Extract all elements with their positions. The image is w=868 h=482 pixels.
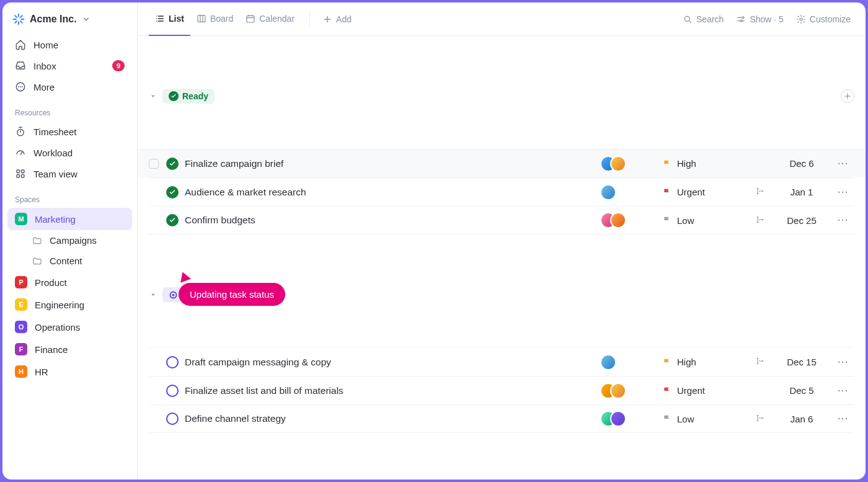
avatar[interactable]: [610, 383, 626, 399]
folder-content[interactable]: Content: [7, 251, 132, 271]
nav-more[interactable]: More: [7, 76, 132, 97]
space-product[interactable]: P Product: [7, 271, 132, 293]
space-icon: M: [15, 213, 27, 225]
date-cell[interactable]: Dec 15: [777, 357, 826, 367]
status-inprogress-icon[interactable]: [166, 385, 179, 397]
chevron-down-icon: [82, 15, 91, 24]
space-operations[interactable]: O Operations: [7, 316, 132, 338]
task-row[interactable]: Draft campaign messaging & copy High Dec…: [149, 347, 854, 376]
resource-workload[interactable]: Workload: [7, 142, 132, 163]
priority-cell[interactable]: Low: [662, 215, 743, 226]
row-more-button[interactable]: ···: [832, 215, 854, 225]
task-row[interactable]: Finalize asset list and bill of material…: [149, 376, 854, 404]
space-label: HR: [35, 367, 48, 377]
task-row[interactable]: Confirm budgets Low Dec 25 ···: [149, 206, 854, 234]
nav-inbox[interactable]: Inbox 9: [7, 55, 132, 76]
status-inprogress-icon[interactable]: [166, 413, 179, 425]
list-area: Ready Finalize campaign brief High Dec 6…: [138, 36, 866, 480]
nav-home[interactable]: Home: [7, 34, 132, 55]
flag-icon: [662, 414, 672, 424]
view-tab-calendar[interactable]: Calendar: [239, 2, 301, 36]
avatar[interactable]: [610, 411, 626, 427]
add-view-button[interactable]: Add: [319, 12, 355, 27]
status-done-icon[interactable]: [166, 186, 179, 199]
flag-icon: [662, 187, 672, 197]
status-inprogress-icon[interactable]: [166, 356, 179, 368]
task-row[interactable]: Finalize campaign brief High Dec 6 ···: [138, 149, 866, 177]
task-row[interactable]: Audience & market research Urgent Jan 1 …: [149, 177, 854, 206]
date-cell[interactable]: Dec 5: [777, 385, 826, 396]
caret-down-icon[interactable]: [149, 248, 157, 341]
avatar[interactable]: [600, 354, 616, 370]
plus-icon: [322, 14, 332, 24]
priority-cell[interactable]: Urgent: [662, 187, 743, 197]
priority-label: High: [677, 158, 696, 169]
avatar[interactable]: [610, 212, 626, 228]
assignees-cell: [600, 212, 656, 228]
row-more-button[interactable]: ···: [832, 386, 854, 396]
priority-cell[interactable]: Low: [662, 414, 743, 424]
caret-down-icon[interactable]: [149, 447, 157, 480]
row-more-button[interactable]: ···: [832, 187, 854, 197]
status-done-icon[interactable]: [166, 158, 179, 170]
group-chip[interactable]: Ready: [162, 89, 215, 104]
flag-icon: [662, 386, 672, 396]
task-name[interactable]: Audience & market research: [185, 187, 594, 198]
grid-icon: [15, 168, 26, 179]
task-name[interactable]: Finalize campaign brief: [185, 158, 594, 169]
search-icon: [683, 14, 693, 24]
show-button[interactable]: Show · 5: [732, 12, 787, 27]
group-header: To Do: [149, 439, 854, 480]
folder-campaigns[interactable]: Campaigns: [7, 230, 132, 251]
subtasks-cell[interactable]: [749, 413, 771, 425]
space-marketing[interactable]: M Marketing: [7, 208, 132, 230]
task-name[interactable]: Define channel strategy: [185, 413, 594, 424]
date-cell[interactable]: Dec 25: [777, 215, 826, 226]
view-tab-list[interactable]: List: [149, 2, 190, 36]
date-cell[interactable]: Dec 6: [777, 158, 826, 169]
main-panel: List Board Calendar Add Search Show · 5 …: [138, 2, 866, 480]
task-name[interactable]: Finalize asset list and bill of material…: [185, 385, 594, 396]
avatar[interactable]: [610, 156, 626, 172]
workspace-switcher[interactable]: Acme Inc.: [7, 9, 132, 33]
task-row[interactable]: Define channel strategy Low Jan 6 ···: [149, 404, 854, 433]
flag-icon: [662, 357, 672, 367]
date-cell[interactable]: Jan 1: [777, 187, 826, 197]
subtasks-cell[interactable]: [749, 356, 771, 368]
row-more-button[interactable]: ···: [832, 414, 854, 424]
group-label: Ready: [182, 91, 208, 101]
priority-label: Low: [677, 215, 694, 226]
space-icon: H: [15, 365, 27, 378]
space-finance[interactable]: F Finance: [7, 338, 132, 360]
row-more-button[interactable]: ···: [832, 159, 854, 169]
task-name[interactable]: Draft campaign messaging & copy: [185, 357, 594, 368]
priority-cell[interactable]: High: [662, 158, 743, 169]
resource-timesheet[interactable]: Timesheet: [7, 121, 132, 142]
subtasks-cell[interactable]: [749, 186, 771, 198]
subtasks-cell[interactable]: [749, 215, 771, 226]
caret-down-icon[interactable]: [149, 50, 157, 143]
view-tab-board[interactable]: Board: [190, 2, 239, 36]
folder-label: Campaigns: [50, 235, 97, 246]
space-hr[interactable]: H HR: [7, 360, 132, 383]
resource-team-view[interactable]: Team view: [7, 163, 132, 184]
folder-icon: [32, 236, 42, 246]
avatar[interactable]: [600, 184, 616, 200]
app-logo-icon: [12, 13, 25, 25]
add-task-button[interactable]: [841, 89, 854, 103]
sidebar: Acme Inc. Home Inbox 9 More Resources Ti…: [2, 2, 138, 480]
row-checkbox[interactable]: [149, 159, 159, 169]
priority-cell[interactable]: High: [662, 357, 743, 367]
date-cell[interactable]: Jan 6: [777, 414, 826, 424]
folder-label: Content: [50, 256, 82, 266]
task-name[interactable]: Confirm budgets: [185, 215, 594, 226]
flag-icon: [662, 215, 672, 225]
space-engineering[interactable]: E Engineering: [7, 293, 132, 316]
status-done-icon[interactable]: [166, 214, 179, 226]
search-button[interactable]: Search: [679, 12, 727, 27]
priority-cell[interactable]: Urgent: [662, 385, 743, 396]
customize-button[interactable]: Customize: [792, 12, 854, 27]
timer-icon: [15, 126, 26, 137]
row-more-button[interactable]: ···: [832, 357, 854, 367]
group-inprogress: In Progress Draft campaign messaging & c…: [149, 241, 854, 433]
